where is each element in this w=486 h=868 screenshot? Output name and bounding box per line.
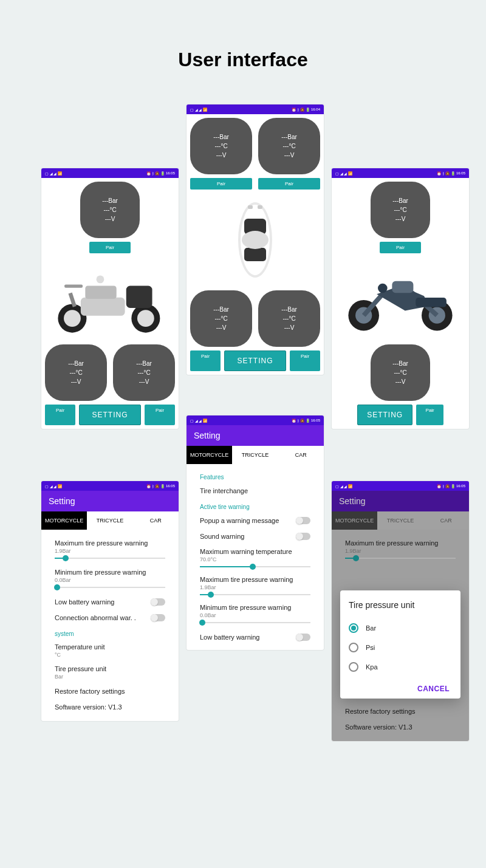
- sound-warning-toggle[interactable]: [296, 533, 310, 540]
- popup-warning-toggle[interactable]: [296, 517, 310, 524]
- phone-settings-warnings: ▢ ◢ ◢ 📶 ⏰ ᛒ 🔕 🔋 16:05 Setting MOTORCYCLE…: [187, 415, 324, 650]
- low-battery-toggle[interactable]: [296, 634, 310, 641]
- pair-button-rear[interactable]: Pair: [416, 405, 443, 425]
- max-pressure-slider[interactable]: [200, 594, 310, 595]
- pair-button-front[interactable]: Pair: [380, 242, 421, 253]
- svg-point-8: [64, 310, 81, 327]
- tab-motorcycle[interactable]: MOTORCYCLE: [41, 511, 87, 530]
- min-pressure-slider[interactable]: [200, 622, 310, 623]
- min-pressure-slider[interactable]: [55, 587, 165, 588]
- low-battery-toggle[interactable]: [151, 598, 165, 606]
- status-bar: ▢ ◢ ◢ 📶 ⏰ ᛒ 🔕 🔋 16:05: [41, 481, 179, 491]
- gallery: ▢ ◢ ◢ 📶 ⏰ ᛒ 🔕 🔋 16:04 ---Bar---°C---V --…: [18, 104, 468, 833]
- status-bar: ▢ ◢ ◢ 📶 ⏰ ᛒ 🔕 🔋 16:05: [187, 415, 324, 425]
- svg-point-10: [137, 310, 154, 327]
- radio-kpa[interactable]: Kpa: [349, 657, 452, 677]
- popup-warning-label: Popup a warning message: [200, 517, 279, 524]
- status-bar: ▢ ◢ ◢ 📶 ⏰ ᛒ 🔕 🔋 16:05: [332, 481, 469, 491]
- software-version-row: Software version: V1.3: [55, 703, 122, 711]
- restore-factory-row[interactable]: Restore factory settings: [55, 688, 125, 695]
- low-battery-label: Low battery warning: [55, 598, 114, 606]
- setting-button[interactable]: SETTING: [79, 405, 141, 425]
- status-right: ⏰ ᛒ 🔕 🔋 16:05: [437, 171, 465, 176]
- tab-tricycle: TRICYCLE: [377, 511, 423, 530]
- svg-rect-3: [244, 248, 266, 261]
- pressure-unit-row[interactable]: Tire pressure unit: [55, 665, 165, 672]
- svg-rect-12: [85, 286, 116, 299]
- max-temp-label: Maximum warning temperature: [200, 548, 310, 555]
- svg-rect-14: [126, 286, 152, 308]
- svg-rect-21: [392, 281, 413, 293]
- svg-point-13: [97, 275, 104, 283]
- tire-fl: ---Bar---°C---V: [190, 118, 252, 174]
- pair-button-fl[interactable]: Pair: [190, 178, 252, 190]
- svg-rect-16: [64, 284, 83, 287]
- setting-button[interactable]: SETTING: [357, 405, 412, 425]
- tire-rl: ---Bar---°C---V: [45, 344, 107, 401]
- page-title: User interface: [18, 49, 468, 71]
- app-bar: Setting: [187, 425, 324, 446]
- app-bar: Setting: [41, 491, 179, 511]
- min-pressure-label: Minimum tire pressure warning: [55, 569, 165, 576]
- phone-settings-list: ▢ ◢ ◢ 📶 ⏰ ᛒ 🔕 🔋 16:05 Setting MOTORCYCLE…: [41, 481, 179, 721]
- status-bar: ▢ ◢ ◢ 📶 ⏰ ᛒ 🔕 🔋 16:05: [41, 168, 179, 178]
- tire-interchange-row[interactable]: Tire interchange: [200, 487, 248, 494]
- max-pressure-label: Maximum tire pressure warning: [200, 576, 310, 583]
- tire-rr: ---Bar---°C---V: [113, 344, 175, 401]
- pair-button-fr[interactable]: Pair: [258, 178, 320, 190]
- max-pressure-slider[interactable]: [55, 558, 165, 559]
- tab-car: CAR: [423, 511, 469, 530]
- tire-rl: ---Bar---°C---V: [190, 290, 252, 347]
- vehicle-tabs: MOTORCYCLE TRICYCLE CAR: [41, 511, 179, 530]
- status-right: ⏰ ᛒ 🔕 🔋 16:04: [292, 108, 320, 112]
- pair-button-rr[interactable]: Pair: [290, 350, 320, 371]
- app-bar: Setting: [332, 491, 469, 511]
- features-header: Features: [200, 469, 310, 483]
- temp-unit-row[interactable]: Temperature unit: [55, 643, 165, 651]
- phone-car-tpms: ▢ ◢ ◢ 📶 ⏰ ᛒ 🔕 🔋 16:04 ---Bar---°C---V --…: [187, 104, 324, 375]
- tire-front: ---Bar---°C---V: [80, 182, 140, 238]
- status-left-icons: ▢ ◢ ◢ 📶: [45, 171, 62, 176]
- svg-rect-6: [258, 205, 262, 209]
- svg-rect-11: [81, 298, 125, 316]
- active-warning-header: Active tire warning: [200, 499, 310, 513]
- status-bar: ▢ ◢ ◢ 📶 ⏰ ᛒ 🔕 🔋 16:04: [187, 104, 324, 114]
- pair-button-front[interactable]: Pair: [89, 242, 131, 253]
- status-left-icons: ▢ ◢ ◢ 📶: [335, 171, 352, 176]
- tab-tricycle[interactable]: TRICYCLE: [232, 446, 278, 464]
- svg-point-4: [242, 231, 269, 249]
- status-left-icons: ▢ ◢ ◢ 📶: [190, 108, 207, 112]
- tab-tricycle[interactable]: TRICYCLE: [87, 511, 132, 530]
- pair-button-rr[interactable]: Pair: [145, 405, 175, 425]
- tab-motorcycle[interactable]: MOTORCYCLE: [187, 446, 232, 464]
- vehicle-motorcycle-image: [335, 259, 465, 338]
- radio-bar[interactable]: Bar: [349, 618, 452, 638]
- system-header: system: [55, 626, 165, 640]
- radio-psi[interactable]: Psi: [349, 638, 452, 657]
- tire-fr: ---Bar---°C---V: [258, 118, 320, 174]
- dialog-title: Tire pressure unit: [349, 600, 452, 610]
- sound-warning-label: Sound warning: [200, 533, 244, 540]
- tab-car[interactable]: CAR: [133, 511, 179, 530]
- low-battery-label: Low battery warning: [200, 634, 259, 641]
- setting-button[interactable]: SETTING: [224, 350, 286, 371]
- radio-icon: [349, 623, 358, 633]
- max-temp-slider[interactable]: [200, 566, 310, 567]
- tire-rr: ---Bar---°C---V: [258, 290, 320, 347]
- pair-button-rl[interactable]: Pair: [190, 350, 221, 371]
- phone-settings-dialog: ▢ ◢ ◢ 📶 ⏰ ᛒ 🔕 🔋 16:05 Setting MOTORCYCLE…: [332, 481, 469, 741]
- conn-abnormal-label: Connection abnormal war. .: [55, 614, 136, 621]
- pair-button-rl[interactable]: Pair: [45, 405, 75, 425]
- status-bar: ▢ ◢ ◢ 📶 ⏰ ᛒ 🔕 🔋 16:05: [332, 168, 469, 178]
- tire-rear: ---Bar---°C---V: [371, 344, 430, 401]
- tab-motorcycle: MOTORCYCLE: [332, 511, 377, 530]
- phone-tricycle-tpms: ▢ ◢ ◢ 📶 ⏰ ᛒ 🔕 🔋 16:05 ---Bar---°C---V Pa…: [41, 168, 179, 429]
- radio-icon: [349, 662, 358, 672]
- conn-abnormal-toggle[interactable]: [151, 614, 165, 621]
- tire-front: ---Bar---°C---V: [371, 182, 430, 238]
- svg-point-22: [378, 284, 388, 293]
- tab-car[interactable]: CAR: [278, 446, 324, 464]
- min-pressure-label: Minimum tire pressure warning: [200, 604, 310, 611]
- dialog-cancel-button[interactable]: CANCEL: [415, 681, 452, 697]
- vehicle-car-image: [190, 194, 320, 285]
